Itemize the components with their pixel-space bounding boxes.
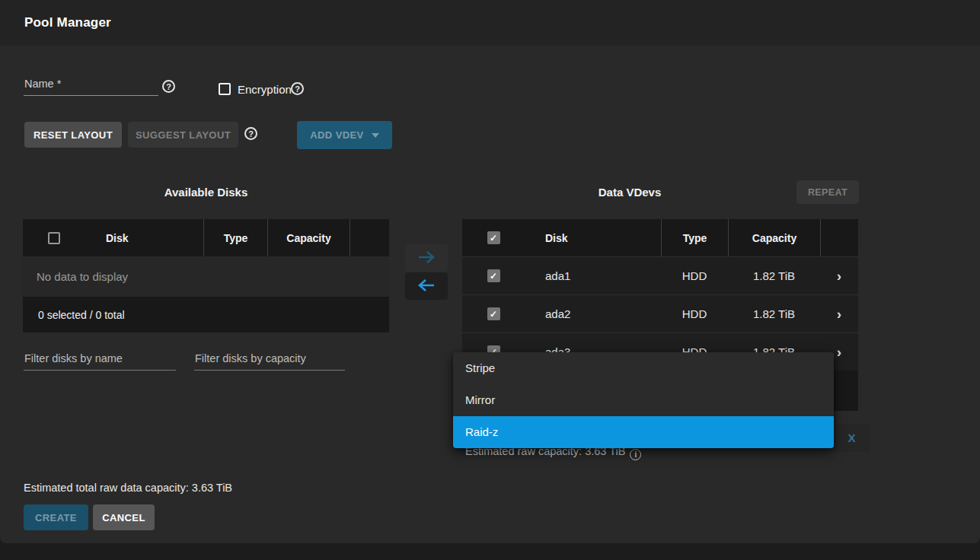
help-icon[interactable] [162, 80, 175, 93]
pool-manager-card: Pool Manager Encryption RESET LAYOUT SUG… [0, 0, 980, 543]
cancel-button[interactable]: CANCEL [93, 504, 155, 530]
table-row[interactable]: ada2 HDD 1.82 TiB [462, 294, 858, 332]
disk-capacity: 1.82 TiB [728, 257, 820, 294]
chevron-right-icon[interactable] [837, 345, 841, 359]
disk-name: ada2 [525, 295, 661, 332]
select-all-checkbox[interactable] [48, 232, 60, 244]
filter-disks-by-name-input[interactable] [24, 352, 176, 371]
disk-type: HDD [661, 295, 728, 332]
add-vdev-button[interactable]: ADD VDEV [297, 121, 392, 149]
dropdown-option-stripe[interactable]: Stripe [453, 352, 834, 384]
estimated-total-capacity: Estimated total raw data capacity: 3.63 … [24, 482, 232, 494]
column-header-disk: Disk [85, 219, 203, 256]
column-header-capacity: Capacity [267, 219, 350, 256]
reset-layout-button[interactable]: RESET LAYOUT [24, 122, 122, 148]
select-all-checkbox[interactable] [487, 231, 500, 244]
available-disks-title: Available Disks [23, 186, 389, 199]
row-checkbox[interactable] [487, 269, 500, 282]
suggest-layout-button[interactable]: SUGGEST LAYOUT [128, 122, 238, 148]
pool-name-field-wrap [24, 77, 158, 96]
help-icon[interactable] [291, 82, 304, 95]
create-button[interactable]: CREATE [24, 504, 88, 530]
pool-manager-screen: Pool Manager Encryption RESET LAYOUT SUG… [0, 0, 980, 560]
encryption-label: Encryption [238, 83, 292, 96]
arrow-left-icon [417, 277, 436, 296]
encryption-checkbox[interactable] [219, 83, 231, 95]
column-header-actions [350, 219, 389, 256]
empty-state-text: No data to display [23, 256, 389, 297]
pool-name-input[interactable] [24, 78, 158, 96]
available-disks-header-row: Disk Type Capacity [23, 219, 389, 256]
info-icon[interactable] [630, 449, 641, 460]
chevron-right-icon[interactable] [837, 269, 841, 283]
dropdown-option-raidz[interactable]: Raid-z [453, 416, 834, 448]
table-row[interactable]: ada1 HDD 1.82 TiB [462, 256, 858, 294]
dropdown-option-mirror[interactable]: Mirror [453, 384, 834, 416]
column-header-capacity: Capacity [728, 219, 820, 256]
filter-disks-by-capacity-input[interactable] [194, 352, 345, 371]
move-to-vdev-button[interactable] [405, 244, 448, 272]
help-icon[interactable] [244, 127, 257, 140]
move-to-available-button[interactable] [405, 272, 448, 300]
column-header-type: Type [661, 219, 728, 256]
filter-name-field-wrap [24, 352, 176, 371]
data-vdevs-header-row: Disk Type Capacity [462, 219, 858, 256]
arrow-right-icon [417, 249, 436, 268]
disk-capacity: 1.82 TiB [728, 295, 820, 332]
add-vdev-label: ADD VDEV [310, 129, 363, 141]
data-vdevs-title: Data VDevs [462, 186, 797, 199]
repeat-button[interactable]: REPEAT [796, 180, 859, 204]
chevron-down-icon [372, 133, 379, 138]
page-title: Pool Manager [24, 15, 111, 30]
remove-vdev-button[interactable]: X [834, 424, 870, 452]
card-header: Pool Manager [0, 0, 980, 46]
disk-name: ada1 [525, 257, 661, 294]
chevron-right-icon[interactable] [837, 307, 841, 321]
available-disks-table: Disk Type Capacity No data to display 0 … [23, 219, 389, 332]
column-header-disk: Disk [525, 219, 661, 256]
row-checkbox[interactable] [487, 307, 500, 320]
column-header-type: Type [203, 219, 267, 256]
filter-capacity-field-wrap [194, 352, 345, 371]
vdev-type-dropdown-menu: Stripe Mirror Raid-z [453, 352, 834, 448]
disk-type: HDD [661, 257, 728, 294]
available-disks-selection-summary: 0 selected / 0 total [23, 297, 389, 332]
column-header-actions [820, 219, 858, 256]
